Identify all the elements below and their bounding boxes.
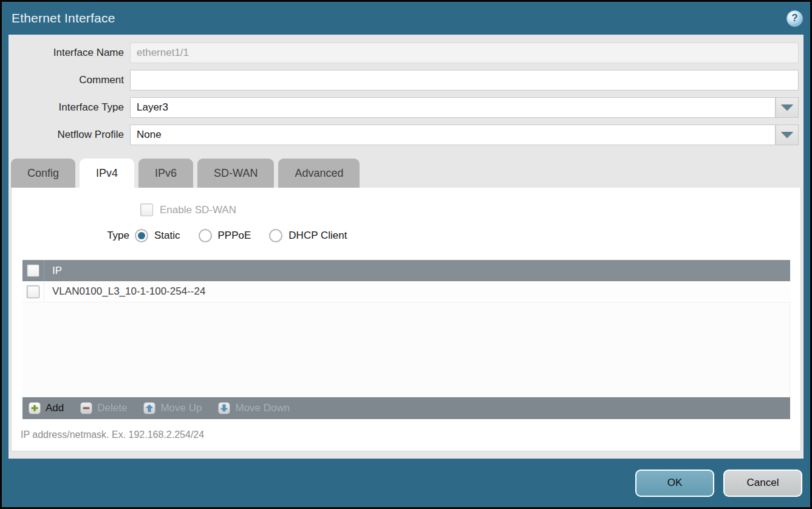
netflow-profile-dropdown[interactable]: None [130,125,799,145]
interface-type-dropdown-button[interactable] [776,97,799,118]
comment-row: Comment [9,70,803,91]
interface-type-row: Interface Type Layer3 [9,97,803,118]
tab-sdwan[interactable]: SD-WAN [197,159,274,188]
ip-format-hint: IP address/netmask. Ex. 192.168.2.254/24 [21,429,800,440]
radio-pppoe-icon [199,229,212,242]
dialog-content: Interface Name Comment Interface Type La… [9,35,803,459]
add-button-label: Add [46,402,64,414]
row-checkbox-cell [22,281,44,302]
comment-field[interactable] [130,70,799,91]
chevron-down-icon [781,104,793,111]
delete-button: Delete [80,402,127,414]
ip-table: IP VLAN0100_L3_10-1-100-254--24 Add [22,260,790,419]
arrow-down-icon [218,402,230,414]
interface-type-dropdown[interactable]: Layer3 [130,97,799,118]
radio-dhcp-client-icon [269,229,282,242]
ip-table-header: IP [22,260,790,281]
ip-cell: VLAN0100_L3_10-1-100-254--24 [44,285,205,298]
netflow-profile-row: Netflow Profile None [9,125,803,145]
radio-static-label: Static [154,230,180,242]
move-up-button-label: Move Up [160,402,202,414]
type-label: Type [12,230,129,242]
tab-ipv6[interactable]: IPv6 [138,159,193,188]
move-down-button: Move Down [218,402,290,414]
interface-name-field [130,43,799,63]
interface-type-label: Interface Type [9,101,124,114]
move-down-button-label: Move Down [235,402,290,414]
radio-static[interactable]: Static [135,229,180,242]
delete-button-label: Delete [97,402,127,414]
ipv4-tab-panel: Enable SD-WAN Type Static PPPoE DHCP Cli… [11,188,801,451]
table-empty-area [22,302,790,397]
enable-sdwan-label: Enable SD-WAN [160,204,236,216]
netflow-profile-dropdown-button[interactable] [776,125,799,145]
netflow-profile-label: Netflow Profile [9,129,124,141]
cancel-button[interactable]: Cancel [723,470,802,497]
table-toolbar: Add Delete Move Up [22,397,790,419]
radio-pppoe-label: PPPoE [218,230,251,242]
dialog-footer: OK Cancel [2,459,810,507]
radio-static-icon [135,229,148,242]
plus-icon [29,402,41,414]
chevron-down-icon [781,132,793,138]
type-row: Type Static PPPoE DHCP Client [12,229,800,242]
interface-name-row: Interface Name [9,43,803,63]
row-checkbox[interactable] [27,285,39,298]
tab-config[interactable]: Config [11,159,75,188]
tabstrip: Config IPv4 IPv6 SD-WAN Advanced [9,159,803,188]
interface-type-value: Layer3 [130,97,776,118]
help-icon[interactable]: ? [786,10,803,27]
ok-button[interactable]: OK [635,470,714,497]
minus-icon [80,402,92,414]
select-all-checkbox[interactable] [27,264,39,277]
move-up-button: Move Up [143,402,202,414]
select-all-cell [22,260,44,281]
add-button[interactable]: Add [29,402,64,414]
interface-name-label: Interface Name [9,47,124,59]
tab-advanced[interactable]: Advanced [278,159,360,188]
enable-sdwan-row: Enable SD-WAN [140,203,800,216]
radio-pppoe[interactable]: PPPoE [199,229,251,242]
table-row[interactable]: VLAN0100_L3_10-1-100-254--24 [22,281,790,302]
comment-label: Comment [9,74,124,86]
tab-ipv4[interactable]: IPv4 [80,159,134,188]
dialog-title: Ethernet Interface [12,11,786,26]
radio-dhcp-client[interactable]: DHCP Client [269,229,347,242]
arrow-up-icon [143,402,155,414]
radio-dhcp-client-label: DHCP Client [288,230,347,242]
ip-column-header: IP [44,265,62,277]
dialog-titlebar: Ethernet Interface ? [2,2,810,35]
ethernet-interface-dialog: Ethernet Interface ? Interface Name Comm… [0,0,812,509]
netflow-profile-value: None [130,125,776,145]
enable-sdwan-checkbox [140,203,153,216]
